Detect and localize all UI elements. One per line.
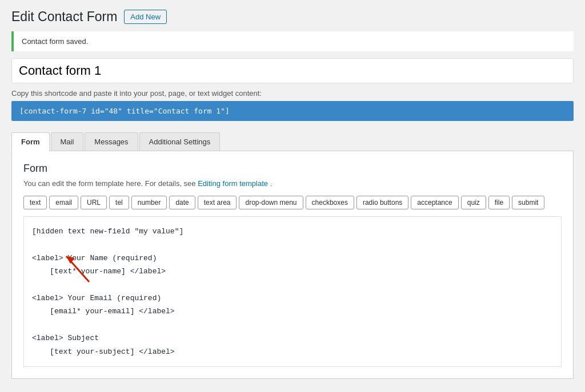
field-button-number[interactable]: number xyxy=(131,196,167,209)
field-button-tel[interactable]: tel xyxy=(109,196,129,209)
shortcode-box[interactable]: [contact-form-7 id="48" title="Contact f… xyxy=(11,101,574,121)
tab-messages[interactable]: Messages xyxy=(85,132,138,151)
page-header: Edit Contact Form Add New xyxy=(0,0,585,31)
form-code-area[interactable]: [hidden text new-field "my value"] <labe… xyxy=(23,216,562,367)
field-button-submit[interactable]: submit xyxy=(512,196,544,209)
field-button-text[interactable]: text xyxy=(23,196,47,209)
field-button-radio[interactable]: radio buttons xyxy=(356,196,408,209)
tabs-container: Form Mail Messages Additional Settings F… xyxy=(11,132,574,379)
main-content: Copy this shortcode and paste it into yo… xyxy=(0,58,585,379)
shortcode-label: Copy this shortcode and paste it into yo… xyxy=(11,89,574,98)
tab-additional-settings[interactable]: Additional Settings xyxy=(139,132,221,151)
tabs-nav: Form Mail Messages Additional Settings xyxy=(11,132,574,151)
field-button-quiz[interactable]: quiz xyxy=(461,196,486,209)
field-button-textarea[interactable]: text area xyxy=(198,196,237,209)
field-button-url[interactable]: URL xyxy=(81,196,107,209)
field-button-email[interactable]: email xyxy=(49,196,78,209)
panel-description-text: You can edit the form template here. For… xyxy=(23,179,196,188)
editing-template-link[interactable]: Editing form template xyxy=(198,179,268,188)
tab-mail[interactable]: Mail xyxy=(51,132,84,151)
field-button-date[interactable]: date xyxy=(169,196,195,209)
panel-title: Form xyxy=(23,163,562,175)
add-new-button[interactable]: Add New xyxy=(124,10,167,24)
field-button-checkboxes[interactable]: checkboxes xyxy=(306,196,354,209)
notice-message: Contact form saved. xyxy=(22,37,566,46)
code-area-wrapper: [hidden text new-field "my value"] <labe… xyxy=(23,216,562,367)
tab-form[interactable]: Form xyxy=(11,132,50,151)
panel-description: You can edit the form template here. For… xyxy=(23,179,562,188)
success-notice: Contact form saved. xyxy=(11,31,574,51)
page-title: Edit Contact Form xyxy=(11,9,117,25)
form-name-input[interactable] xyxy=(11,58,574,83)
field-buttons: text email URL tel number date text area… xyxy=(23,196,562,209)
field-button-file[interactable]: file xyxy=(488,196,510,209)
tab-panel-form: Form You can edit the form template here… xyxy=(11,151,574,379)
field-button-acceptance[interactable]: acceptance xyxy=(411,196,458,209)
panel-description-end: . xyxy=(270,179,273,188)
field-button-dropdown[interactable]: drop-down menu xyxy=(239,196,303,209)
